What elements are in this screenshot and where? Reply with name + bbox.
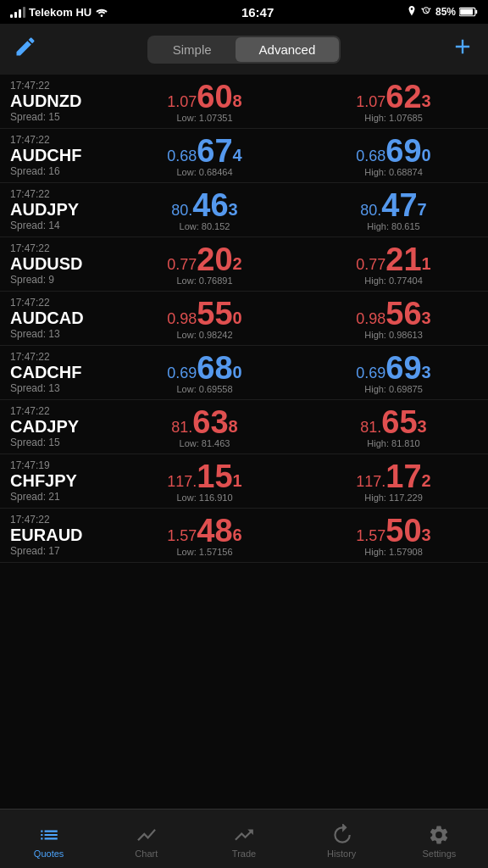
ask-sup: 3 [422,364,431,381]
bid-price: 0.68 67 4 [167,135,241,167]
quote-spread: Spread: 17 [10,545,110,557]
ask-price: 80. 47 7 [360,189,426,221]
quote-symbol: AUDUSD [10,254,110,274]
ask-sup: 3 [422,92,431,109]
bid-price: 0.77 20 2 [167,243,241,275]
quote-symbol: AUDNZD [10,92,110,111]
quote-bid: 0.77 20 2 Low: 0.76891 [110,237,299,291]
quote-left: 17:47:22 AUDCAD Spread: 13 [0,292,110,345]
ask-sup: 0 [422,147,431,164]
quote-row[interactable]: 17:47:22 CADJPY Spread: 15 81. 63 8 Low:… [0,400,488,454]
ask-prefix: 1.57 [356,528,385,543]
tab-advanced[interactable]: Advanced [236,37,340,62]
ask-high: High: 80.615 [367,221,419,231]
quote-row[interactable]: 17:47:22 AUDCAD Spread: 13 0.98 55 0 Low… [0,292,488,346]
bid-prefix: 117. [167,474,197,489]
status-time: 16:47 [241,5,274,19]
bid-prefix: 1.57 [167,528,197,543]
bid-low: Low: 81.463 [180,438,230,448]
quote-symbol: CADJPY [10,417,110,437]
ask-price: 1.07 62 3 [356,81,430,113]
quote-time: 17:47:22 [10,188,110,200]
add-button[interactable] [451,35,474,64]
quote-spread: Spread: 15 [10,437,110,448]
bid-main: 48 [197,515,232,547]
quote-row[interactable]: 17:47:22 AUDCHF Spread: 16 0.68 67 4 Low… [0,129,488,183]
bid-price: 0.98 55 0 [167,298,241,330]
bid-low: Low: 0.69558 [176,384,232,394]
bid-low: Low: 116.910 [176,492,232,503]
tab-simple[interactable]: Simple [149,37,236,62]
bid-low: Low: 0.68464 [176,167,232,177]
bid-prefix: 0.77 [167,257,197,272]
bid-prefix: 0.98 [167,311,197,326]
ask-prefix: 117. [356,474,385,489]
quote-time: 17:47:22 [10,405,110,417]
quote-bid: 117. 15 1 Low: 116.910 [110,454,299,508]
location-icon [407,6,417,18]
ask-main: 17 [385,460,421,492]
alarm-icon [420,6,432,18]
quote-ask: 80. 47 7 High: 80.615 [299,183,488,236]
ask-prefix: 0.77 [356,257,385,272]
quote-row[interactable]: 17:47:22 AUDUSD Spread: 9 0.77 20 2 Low:… [0,237,488,292]
ask-high: High: 0.68874 [364,167,423,177]
ask-prefix: 81. [360,420,381,435]
nav-quotes[interactable]: Quotes [0,819,97,859]
ask-high: High: 1.07685 [364,113,423,123]
quote-symbol: AUDJPY [10,200,110,220]
quote-row[interactable]: 17:47:22 AUDNZD Spread: 15 1.07 60 8 Low… [0,75,488,129]
quote-left: 17:47:22 AUDJPY Spread: 14 [0,183,110,236]
quote-ask: 0.98 56 3 High: 0.98613 [299,292,488,345]
ask-price: 117. 17 2 [356,460,430,492]
carrier-label: Telekom HU [29,6,92,19]
battery-icon [459,7,478,17]
quote-left: 17:47:22 AUDUSD Spread: 9 [0,237,110,291]
quote-row[interactable]: 17:47:19 CHFJPY Spread: 21 117. 15 1 Low… [0,454,488,509]
quote-spread: Spread: 13 [10,328,110,340]
quote-row[interactable]: 17:47:22 AUDJPY Spread: 14 80. 46 3 Low:… [0,183,488,237]
quote-row[interactable]: 17:47:22 EURAUD Spread: 17 1.57 48 6 Low… [0,509,488,563]
quote-symbol: EURAUD [10,526,110,545]
bid-sup: 6 [233,526,242,543]
quote-bid: 0.98 55 0 Low: 0.98242 [110,292,299,345]
quote-row[interactable]: 17:47:22 CADCHF Spread: 13 0.69 68 0 Low… [0,346,488,400]
ask-price: 81. 65 3 [360,406,426,438]
quote-left: 17:47:22 EURAUD Spread: 17 [0,509,110,562]
bid-low: Low: 1.57156 [176,547,232,557]
svg-rect-3 [475,10,477,14]
quote-left: 17:47:19 CHFJPY Spread: 21 [0,454,110,508]
bid-low: Low: 80.152 [180,221,230,231]
ask-prefix: 80. [360,203,381,218]
quote-time: 17:47:22 [10,514,110,526]
quote-bid: 1.57 48 6 Low: 1.57156 [110,509,299,562]
nav-chart[interactable]: Chart [97,819,195,859]
ask-sup: 7 [418,201,427,218]
bid-price: 0.69 68 0 [167,352,241,384]
bid-price: 80. 46 3 [171,189,237,221]
nav-chart-label: Chart [135,849,158,859]
quote-spread: Spread: 13 [10,382,110,394]
bid-sup: 0 [233,364,242,381]
nav-settings[interactable]: Settings [391,819,488,859]
ask-high: High: 117.229 [364,492,423,503]
quote-ask: 81. 65 3 High: 81.810 [299,400,488,453]
ask-main: 69 [385,135,421,167]
bid-price: 1.57 48 6 [167,515,241,547]
ask-sup: 2 [422,472,431,489]
ask-price: 0.77 21 1 [356,243,430,275]
quote-list: 17:47:22 AUDNZD Spread: 15 1.07 60 8 Low… [0,75,488,809]
ask-prefix: 0.69 [356,365,385,381]
nav-trade[interactable]: Trade [195,819,292,859]
quote-symbol: AUDCAD [10,309,110,328]
nav-history[interactable]: History [293,819,391,859]
ask-price: 0.98 56 3 [356,298,430,330]
quote-left: 17:47:22 CADJPY Spread: 15 [0,400,110,453]
bid-sup: 1 [233,472,242,489]
quote-spread: Spread: 9 [10,274,110,286]
bid-sup: 0 [233,309,242,326]
ask-main: 50 [385,515,421,547]
quote-time: 17:47:22 [10,80,110,92]
ask-prefix: 0.68 [356,148,385,164]
edit-button[interactable] [14,35,37,64]
